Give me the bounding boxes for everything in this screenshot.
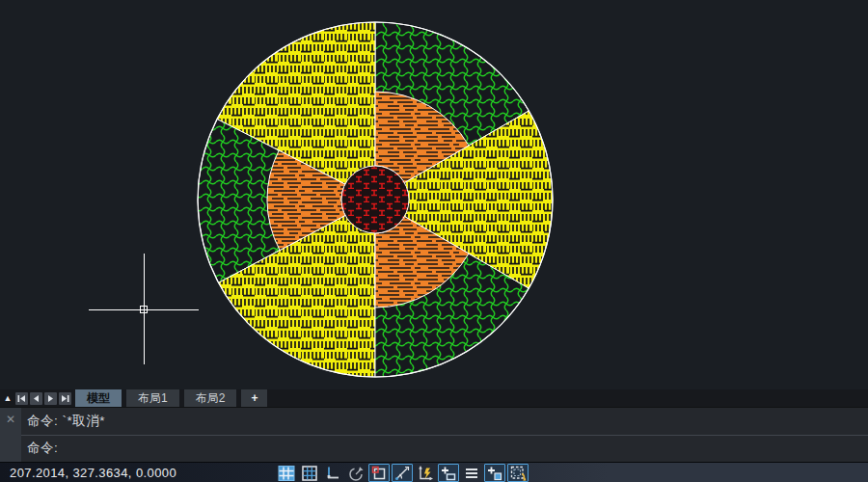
tab-prev-icon[interactable] [30,392,42,405]
status-toggle-buttons [276,463,529,482]
tab-nav-buttons [15,389,71,407]
tab-first-icon[interactable] [15,392,28,405]
layout-tabs: 模型 布局1 布局2 + [75,389,267,407]
command-window: ✕ 命令: `*取消* 命令: [0,407,868,462]
close-icon[interactable]: ✕ [6,412,15,462]
tab-last-icon[interactable] [59,392,71,405]
model-space-view [0,0,868,389]
center-circle-red[interactable] [341,166,409,233]
polar-tracking-icon[interactable] [345,464,366,482]
annotation-scale-icon[interactable] [507,464,529,482]
object-snap-tracking-icon[interactable] [392,464,413,482]
grid-display-icon[interactable] [299,464,320,482]
drawing-canvas[interactable] [0,0,868,389]
dynamic-input-icon[interactable] [415,464,436,482]
object-snap-icon[interactable] [368,464,390,482]
tab-layout1[interactable]: 布局1 [126,389,179,407]
tab-layout2[interactable]: 布局2 [184,389,237,407]
status-bar: 207.2014, 327.3634, 0.0000 [0,462,868,482]
menu-lines-icon[interactable] [461,464,482,482]
tab-next-icon[interactable] [44,392,57,405]
crosshair-cursor [89,254,199,364]
command-body: 命令: `*取消* 命令: [21,408,868,462]
command-input-line[interactable]: 命令: [21,436,868,463]
quick-properties-icon[interactable] [438,464,459,482]
layout-tab-bar: ▲ 模型 布局1 布局2 + [0,389,868,407]
cad-window: ▲ 模型 布局1 布局2 + ✕ 命令: `*取消* [0,0,868,482]
command-history-line: 命令: `*取消* [21,408,868,435]
tab-add-layout[interactable]: + [241,389,267,407]
snap-grid-icon[interactable] [276,464,297,482]
ortho-icon[interactable] [322,464,343,482]
tab-model[interactable]: 模型 [75,389,122,407]
command-gutter: ✕ [0,408,21,462]
coordinate-readout[interactable]: 207.2014, 327.3634, 0.0000 [0,466,176,480]
selection-cycling-icon[interactable] [484,464,505,482]
tabbar-expand-icon[interactable]: ▲ [0,389,15,407]
